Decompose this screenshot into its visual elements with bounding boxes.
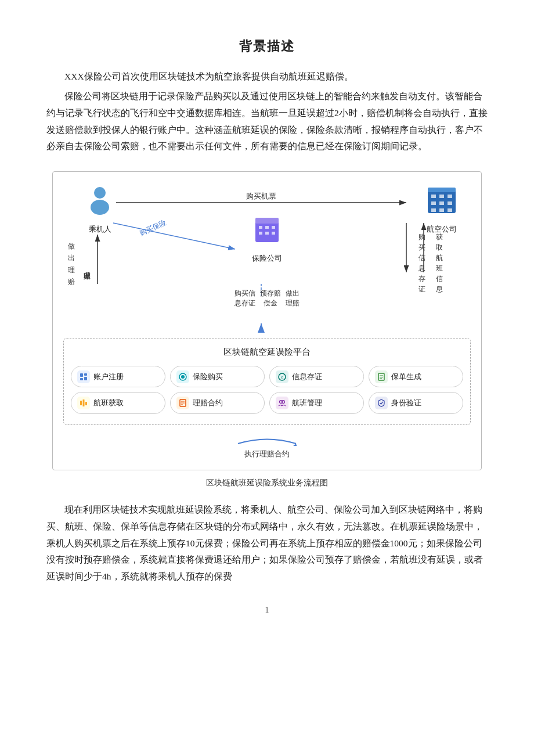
svg-rect-37	[84, 377, 87, 380]
passenger-label: 乘机人	[80, 222, 120, 236]
bc-label-info-proof: 信息存证	[292, 370, 322, 383]
bc-label-flight-manage: 航班管理	[292, 396, 322, 409]
bc-label-account: 账户注册	[93, 370, 124, 383]
svg-point-13	[94, 187, 106, 199]
claim-contract-icon	[176, 397, 189, 409]
insurance-label: 保险公司	[241, 251, 293, 265]
svg-rect-33	[272, 232, 275, 235]
svg-rect-23	[431, 208, 436, 212]
svg-rect-35	[80, 378, 83, 380]
svg-rect-19	[448, 195, 452, 198]
bc-item-info-proof: e 信息存证	[269, 366, 364, 387]
bottom-text-section: 现在利用区块链技术实现航班延误险系统，将乘机人、航空公司、保险公司加入到区块链网…	[46, 502, 488, 585]
diagram-top-area: 购买机票 购买保险 做出理赔 乘机人	[63, 182, 471, 333]
diagram-container: 购买机票 购买保险 做出理赔 乘机人	[52, 171, 482, 470]
left-label-做出理赔: 做 出 理 赔	[68, 240, 75, 288]
svg-rect-16	[428, 188, 456, 192]
label-purchase-proof: 购买信息存证	[234, 289, 255, 308]
svg-rect-25	[448, 208, 452, 212]
person-svg	[86, 185, 114, 215]
svg-rect-47	[83, 399, 85, 406]
label-pre-compensation: 预存赔偿金	[260, 289, 281, 308]
svg-rect-36	[84, 373, 87, 376]
svg-point-14	[91, 200, 109, 215]
building-svg	[425, 185, 458, 215]
bc-item-insurance-buy: 保险购买	[170, 366, 265, 387]
svg-text:e: e	[281, 375, 283, 380]
svg-line-5	[113, 223, 235, 249]
bottom-paragraph-1: 现在利用区块链技术实现航班延误险系统，将乘机人、航空公司、保险公司加入到区块链网…	[46, 502, 488, 585]
bc-label-identity: 身份验证	[391, 396, 421, 409]
page-title: 背景描述	[46, 35, 488, 58]
execute-contract-area: 执行理赔合约	[63, 432, 471, 460]
blockchain-grid: 账户注册 保险购买 e 信息存证 保单生成	[71, 366, 463, 414]
execute-arrow-svg	[232, 432, 302, 446]
svg-rect-34	[80, 373, 83, 377]
policy-icon	[375, 370, 388, 383]
label-claim: 做出理赔	[286, 289, 300, 308]
svg-rect-31	[259, 232, 262, 235]
svg-text:做出理赔: 做出理赔	[84, 272, 91, 280]
svg-rect-22	[448, 201, 452, 205]
svg-rect-48	[85, 402, 87, 405]
paragraph-2: 保险公司将区块链用于记录保险产品购买以及通过使用区块链上的智能合约来触发自动支付…	[46, 88, 488, 155]
blockchain-title: 区块链航空延误险平台	[71, 344, 463, 360]
svg-rect-21	[439, 201, 444, 205]
paragraph-1: XXX保险公司首次使用区块链技术为航空旅客提供自动航班延迟赔偿。	[46, 69, 488, 85]
identity-icon	[375, 397, 388, 409]
bc-label-claim-contract: 理赔合约	[193, 396, 223, 409]
airline-icon: 航空公司	[418, 185, 465, 236]
passenger-icon: 乘机人	[80, 185, 120, 236]
flight-get-icon	[77, 397, 90, 409]
svg-rect-17	[431, 195, 436, 198]
right-labels-col2: 获 取 航 班 信 息	[436, 232, 443, 294]
blockchain-platform-box: 区块链航空延误险平台 账户注册 保险购买 e 信息存证	[63, 338, 471, 425]
svg-rect-32	[265, 232, 269, 235]
bc-item-identity: 身份验证	[369, 392, 463, 413]
svg-text:购买保险: 购买保险	[139, 218, 167, 237]
bc-label-flight-get: 航班获取	[93, 396, 124, 409]
svg-rect-24	[439, 208, 444, 212]
svg-point-39	[181, 375, 185, 379]
insurance-company-icon: 保险公司	[241, 214, 293, 265]
bc-item-policy: 保单生成	[369, 366, 463, 387]
insurance-svg	[252, 214, 282, 244]
bc-label-policy: 保单生成	[391, 370, 421, 383]
bc-item-flight-manage: 航班管理	[269, 392, 364, 413]
bc-label-insurance-buy: 保险购买	[193, 370, 223, 383]
svg-rect-28	[259, 226, 262, 229]
svg-text:购买机票: 购买机票	[246, 192, 276, 200]
page-number: 1	[46, 603, 488, 617]
bc-item-account: 账户注册	[71, 366, 165, 387]
svg-rect-46	[80, 401, 82, 405]
execute-label-text: 执行理赔合约	[244, 447, 290, 460]
svg-rect-20	[431, 201, 436, 205]
svg-rect-18	[439, 195, 444, 198]
insurance-bottom-labels: 购买信息存证 预存赔偿金 做出理赔	[234, 289, 300, 308]
svg-rect-30	[272, 226, 275, 229]
account-icon	[77, 370, 90, 383]
insurance-buy-icon	[176, 370, 189, 383]
bc-item-claim-contract: 理赔合约	[170, 392, 265, 413]
svg-rect-29	[265, 226, 269, 229]
bc-item-flight-get: 航班获取	[71, 392, 165, 413]
right-labels-col1: 购 买 信 息 存 证	[418, 232, 425, 294]
info-proof-icon: e	[276, 370, 288, 383]
diagram-caption: 区块链航班延误险系统业务流程图	[46, 476, 488, 490]
svg-rect-27	[255, 218, 279, 224]
flight-manage-icon	[276, 397, 288, 409]
